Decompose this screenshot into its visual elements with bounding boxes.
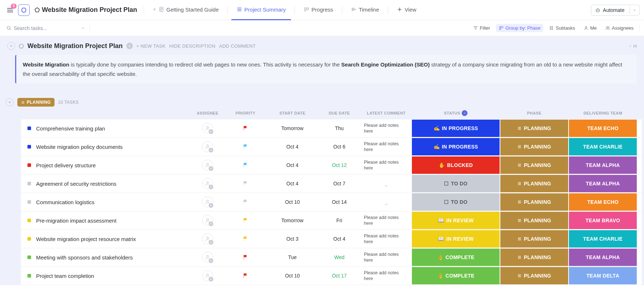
status-cell[interactable]: ✋BLOCKED xyxy=(412,156,500,174)
due-date-cell[interactable]: Oct 6 xyxy=(318,138,361,156)
status-cell[interactable]: 👌COMPLETE xyxy=(412,267,500,284)
collapse-toggle[interactable] xyxy=(7,42,15,50)
task-name-cell[interactable]: Communication logistics xyxy=(21,193,191,211)
col-team[interactable]: DELIVERING TEAM xyxy=(569,111,637,115)
task-row[interactable]: Agreement of security restrictions + Oct… xyxy=(21,175,642,193)
task-name-cell[interactable]: Project team completion xyxy=(21,267,191,285)
list-title[interactable]: Website Migration Project Plan xyxy=(27,42,123,50)
menu-button[interactable]: 6 xyxy=(4,4,16,16)
latest-comment-cell[interactable]: Please add notes here xyxy=(361,248,412,266)
space-title[interactable]: ⬠ Website Migration Project Plan xyxy=(35,6,137,14)
phase-cell[interactable]: PLANNING xyxy=(500,156,568,174)
new-task-button[interactable]: + NEW TASK xyxy=(136,43,166,49)
priority-cell[interactable] xyxy=(224,248,267,266)
priority-cell[interactable] xyxy=(224,138,267,156)
col-latest-comment[interactable]: LATEST COMMENT xyxy=(361,111,412,115)
assignee-cell[interactable]: + xyxy=(191,230,224,248)
start-date-cell[interactable]: Tue xyxy=(267,248,318,266)
status-cell[interactable]: ☐TO DO xyxy=(412,175,500,192)
due-date-cell[interactable]: Oct 7 xyxy=(318,175,361,193)
team-cell[interactable]: TEAM CHARLIE xyxy=(569,138,637,155)
tab-getting-started[interactable]: Getting Started Guide xyxy=(148,0,224,20)
assignee-cell[interactable]: + xyxy=(191,175,224,193)
start-date-cell[interactable]: Oct 4 xyxy=(267,138,318,156)
assignee-cell[interactable]: + xyxy=(191,248,224,266)
latest-comment-cell[interactable]: _ xyxy=(361,175,412,193)
team-cell[interactable]: TEAM ALPHA xyxy=(569,175,637,192)
assignee-add[interactable]: + xyxy=(202,252,213,263)
group-by-button[interactable]: Group by: Phase xyxy=(496,24,544,32)
phase-cell[interactable]: PLANNING xyxy=(500,120,568,137)
phase-cell[interactable]: PLANNING xyxy=(500,267,568,284)
assignee-cell[interactable]: + xyxy=(191,211,224,229)
priority-cell[interactable] xyxy=(224,211,267,229)
team-cell[interactable]: TEAM CHARLIE xyxy=(569,230,637,248)
tab-timeline[interactable]: Timeline xyxy=(346,0,384,20)
latest-comment-cell[interactable]: Please add notes here xyxy=(361,138,412,156)
phase-cell[interactable]: PLANNING xyxy=(500,249,568,266)
task-name-cell[interactable]: Pre-migration impact assessment xyxy=(21,211,191,229)
assignee-add[interactable]: + xyxy=(202,160,213,171)
status-cell[interactable]: ✍️IN PROGRESS xyxy=(412,120,500,137)
assignee-cell[interactable]: + xyxy=(191,267,224,285)
assignee-add[interactable]: + xyxy=(202,123,213,134)
status-cell[interactable]: ✍️IN PROGRESS xyxy=(412,138,500,155)
start-date-cell[interactable]: Oct 4 xyxy=(267,175,318,193)
status-cell[interactable]: 👌COMPLETE xyxy=(412,249,500,266)
assignee-cell[interactable]: + xyxy=(191,156,224,174)
col-due-date[interactable]: DUE DATE xyxy=(318,111,361,115)
assignee-add[interactable]: + xyxy=(202,270,213,281)
task-row[interactable]: Website migration project resource matri… xyxy=(21,230,642,248)
task-row[interactable]: Communication logistics + Oct 10 Oct 14 … xyxy=(21,193,642,211)
priority-cell[interactable] xyxy=(224,119,267,137)
tab-add-view[interactable]: View xyxy=(392,0,421,20)
add-comment-button[interactable]: ADD COMMENT xyxy=(219,43,256,49)
task-row[interactable]: Project team completion + Oct 10 Oct 17 … xyxy=(21,267,642,285)
group-name-pill[interactable]: PLANNING xyxy=(17,98,55,107)
collapse-right[interactable]: H xyxy=(628,43,637,49)
status-cell[interactable]: 📖IN REVIEW xyxy=(412,230,500,248)
automate-caret[interactable] xyxy=(630,6,639,14)
team-cell[interactable]: TEAM ALPHA xyxy=(569,156,637,174)
phase-cell[interactable]: PLANNING xyxy=(500,230,568,248)
task-name-cell[interactable]: Website migration policy documents xyxy=(21,138,191,156)
col-assignee[interactable]: ASSIGNEE xyxy=(191,111,224,115)
filter-button[interactable]: Filter xyxy=(470,24,493,32)
task-row[interactable]: Comprehensive training plan + Tomorrow T… xyxy=(21,119,642,138)
start-date-cell[interactable]: Oct 10 xyxy=(267,267,318,285)
task-name-cell[interactable]: Meeting with sponsors and stakeholders xyxy=(21,248,191,266)
phase-cell[interactable]: PLANNING xyxy=(500,193,568,211)
team-cell[interactable]: TEAM ALPHA xyxy=(569,249,637,266)
assignee-add[interactable]: + xyxy=(202,233,213,244)
info-icon[interactable]: i xyxy=(126,43,133,49)
team-cell[interactable]: TEAM ECHO xyxy=(569,120,637,137)
col-priority[interactable]: PRIORITY xyxy=(224,111,267,115)
assignee-add[interactable]: + xyxy=(202,178,213,189)
latest-comment-cell[interactable]: Please add notes here xyxy=(361,156,412,174)
task-name-cell[interactable]: Agreement of security restrictions xyxy=(21,175,191,193)
team-cell[interactable]: TEAM BRAVO xyxy=(569,212,637,229)
due-date-cell[interactable]: Wed xyxy=(318,248,361,266)
task-row[interactable]: Meeting with sponsors and stakeholders +… xyxy=(21,248,642,267)
phase-cell[interactable]: PLANNING xyxy=(500,175,568,192)
latest-comment-cell[interactable]: Please add notes here xyxy=(361,230,412,248)
group-collapse-toggle[interactable] xyxy=(6,98,14,106)
home-icon[interactable] xyxy=(18,4,30,16)
phase-cell[interactable]: PLANNING xyxy=(500,138,568,155)
latest-comment-cell[interactable]: Please add notes here xyxy=(361,119,412,137)
team-cell[interactable]: TEAM ECHO xyxy=(569,193,637,211)
task-row[interactable]: Pre-migration impact assessment + Tomorr… xyxy=(21,211,642,230)
priority-cell[interactable] xyxy=(224,175,267,193)
search-input[interactable]: Search tasks... xyxy=(4,24,77,33)
me-button[interactable]: Me xyxy=(581,24,600,32)
due-date-cell[interactable]: Oct 12 xyxy=(318,156,361,174)
priority-cell[interactable] xyxy=(224,230,267,248)
task-row[interactable]: Project delivery structure + Oct 4 Oct 1… xyxy=(21,156,642,175)
task-row[interactable]: Website migration policy documents + Oct… xyxy=(21,138,642,156)
phase-cell[interactable]: PLANNING xyxy=(500,212,568,229)
start-date-cell[interactable]: Oct 10 xyxy=(267,193,318,211)
due-date-cell[interactable]: Oct 4 xyxy=(318,230,361,248)
col-start-date[interactable]: START DATE xyxy=(267,111,318,115)
priority-cell[interactable] xyxy=(224,193,267,211)
priority-cell[interactable] xyxy=(224,156,267,174)
